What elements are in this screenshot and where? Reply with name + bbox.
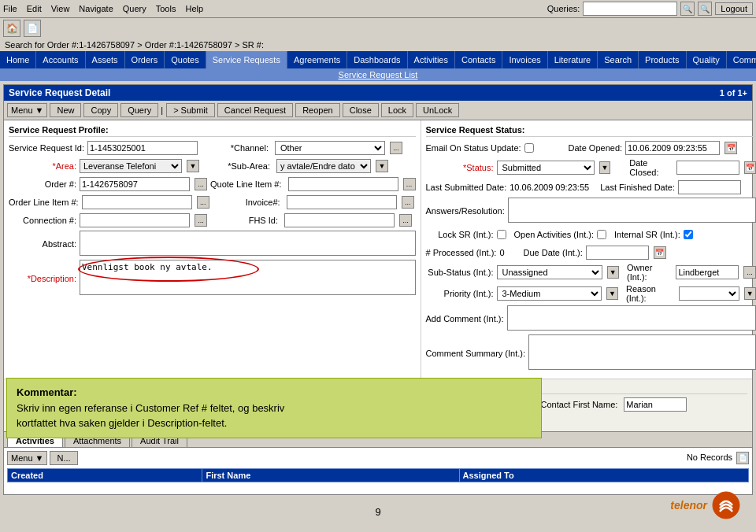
sub-area-select[interactable]: y avtale/Endre dato xyxy=(276,159,371,173)
lock-sr-checkbox[interactable] xyxy=(497,230,506,239)
email-status-label: Email On Status Update: xyxy=(426,143,524,153)
new-button[interactable]: New xyxy=(50,103,81,117)
nav-contacts[interactable]: Contacts xyxy=(455,51,502,68)
nav-orders[interactable]: Orders xyxy=(125,51,165,68)
area-pick[interactable]: ▼ xyxy=(187,160,199,172)
menu-help[interactable]: Help xyxy=(185,4,203,13)
last-finished-input[interactable] xyxy=(678,180,741,194)
menu-tools[interactable]: Tools xyxy=(156,4,176,13)
channel-select[interactable]: Other xyxy=(275,141,385,155)
unlock-button[interactable]: UnLock xyxy=(416,103,459,117)
invoice-input[interactable] xyxy=(287,195,397,209)
queries-input[interactable] xyxy=(583,2,677,16)
date-opened-input[interactable] xyxy=(625,141,720,155)
channel-pick[interactable]: ... xyxy=(390,142,402,154)
last-finished-label: Last Finished Date: xyxy=(600,183,675,192)
nav-home[interactable]: Home xyxy=(0,51,36,68)
priority-value-area: 3-Medium ▼ Reason (Int.): ▼ xyxy=(497,284,756,303)
nav-accounts[interactable]: Accounts xyxy=(36,51,85,68)
date-closed-input[interactable] xyxy=(676,161,739,175)
sub-nav-link[interactable]: Service Request List xyxy=(339,70,418,79)
due-date-input[interactable] xyxy=(586,246,649,260)
owner-input[interactable] xyxy=(676,265,739,279)
query-button[interactable]: Query xyxy=(120,103,158,117)
area-select[interactable]: Leveranse Telefoni xyxy=(80,159,182,173)
nav-invoices[interactable]: Invoices xyxy=(502,51,547,68)
submit-button[interactable]: > Submit xyxy=(166,103,215,117)
sub-area-pick[interactable]: ▼ xyxy=(376,160,388,172)
records-icon[interactable]: 📄 xyxy=(736,452,749,464)
menu-view[interactable]: View xyxy=(51,4,70,13)
status-select[interactable]: Submitted xyxy=(497,161,595,175)
add-comment-textarea[interactable] xyxy=(507,305,756,331)
order-line-pick[interactable]: ... xyxy=(197,196,209,209)
date-closed-pick[interactable]: 📅 xyxy=(744,161,755,174)
open-activities-checkbox[interactable] xyxy=(597,230,606,239)
priority-pick[interactable]: ▼ xyxy=(606,287,618,300)
reason-select[interactable] xyxy=(679,286,739,301)
sub-status-select[interactable]: Unassigned xyxy=(497,265,602,279)
close-button[interactable]: Close xyxy=(343,103,379,117)
due-date-pick[interactable]: 📅 xyxy=(654,246,666,259)
search-button[interactable]: 🔍 xyxy=(680,2,695,16)
menu-query[interactable]: Query xyxy=(123,4,146,13)
quote-pick[interactable]: ... xyxy=(403,178,416,190)
date-opened-pick[interactable]: 📅 xyxy=(724,142,737,154)
nav-assets[interactable]: Assets xyxy=(86,51,125,68)
email-status-checkbox[interactable] xyxy=(524,143,534,153)
fhs-input[interactable] xyxy=(284,213,395,227)
contact-first-input[interactable] xyxy=(624,397,687,412)
copy-button[interactable]: Copy xyxy=(83,103,118,117)
priority-select[interactable]: 3-Medium xyxy=(497,286,602,301)
connection-input[interactable] xyxy=(80,213,190,227)
sub-nav-bar: Service Request List xyxy=(0,68,756,81)
menu-navigate[interactable]: Navigate xyxy=(79,4,113,13)
description-textarea[interactable]: Vennligst book ny avtale. xyxy=(80,260,416,295)
toolbar-icon-1[interactable]: 🏠 xyxy=(3,20,20,37)
logout-button[interactable]: Logout xyxy=(715,2,753,15)
bottom-area: Menu ▼ N... No Records 📄 Created First N… xyxy=(4,447,752,494)
search-button-2[interactable]: 🔍 xyxy=(698,2,712,16)
nav-search[interactable]: Search xyxy=(598,51,639,68)
menu-edit[interactable]: Edit xyxy=(27,4,42,13)
nav-activities[interactable]: Activities xyxy=(408,51,455,68)
fhs-pick[interactable]: ... xyxy=(399,214,412,227)
cancel-request-button[interactable]: Cancel Request xyxy=(217,103,293,117)
order-input[interactable] xyxy=(80,177,190,191)
owner-pick[interactable]: ... xyxy=(743,266,755,279)
bottom-menu-button[interactable]: Menu ▼ xyxy=(7,451,47,465)
status-pick[interactable]: ▼ xyxy=(599,161,610,174)
lock-button[interactable]: Lock xyxy=(381,103,413,117)
order-pick[interactable]: ... xyxy=(195,178,207,190)
sub-status-pick[interactable]: ▼ xyxy=(607,266,619,279)
bottom-new-button[interactable]: N... xyxy=(50,451,77,465)
nav-service-requests[interactable]: Service Requests xyxy=(206,51,287,68)
nav-dashboards[interactable]: Dashboards xyxy=(347,51,407,68)
nav-communications[interactable]: Communications xyxy=(727,51,756,68)
bottom-table: Created First Name Assigned To xyxy=(7,468,749,482)
nav-quality[interactable]: Quality xyxy=(687,51,727,68)
comment-summary-textarea[interactable] xyxy=(528,334,756,370)
description-container: Vennligst book ny avtale. xyxy=(80,260,416,297)
nav-literature[interactable]: Literature xyxy=(548,51,598,68)
invoice-label: Invoice#: xyxy=(213,198,284,207)
sr-id-input[interactable] xyxy=(87,141,198,155)
toolbar-icon-2[interactable]: 📄 xyxy=(24,20,41,37)
col-assigned-to: Assigned To xyxy=(459,469,748,482)
connection-pick[interactable]: ... xyxy=(195,214,207,227)
answers-textarea[interactable] xyxy=(508,198,756,223)
abstract-textarea[interactable] xyxy=(80,231,416,256)
menu-file[interactable]: File xyxy=(3,4,17,13)
nav-products[interactable]: Products xyxy=(639,51,686,68)
status-value: Submitted ▼ Date Closed: 📅 xyxy=(497,158,756,177)
reason-pick[interactable]: ▼ xyxy=(744,287,756,300)
quote-line-input[interactable] xyxy=(288,177,398,191)
order-line-input[interactable] xyxy=(82,195,192,209)
menu-dropdown-button[interactable]: Menu ▼ xyxy=(7,103,47,117)
reopen-button[interactable]: Reopen xyxy=(295,103,340,117)
add-comment-label: Add Comment (Int.): xyxy=(426,314,507,323)
internal-sr-checkbox[interactable] xyxy=(684,230,693,239)
invoice-pick[interactable]: ... xyxy=(402,196,414,209)
nav-quotes[interactable]: Quotes xyxy=(165,51,206,68)
nav-agreements[interactable]: Agreements xyxy=(287,51,347,68)
